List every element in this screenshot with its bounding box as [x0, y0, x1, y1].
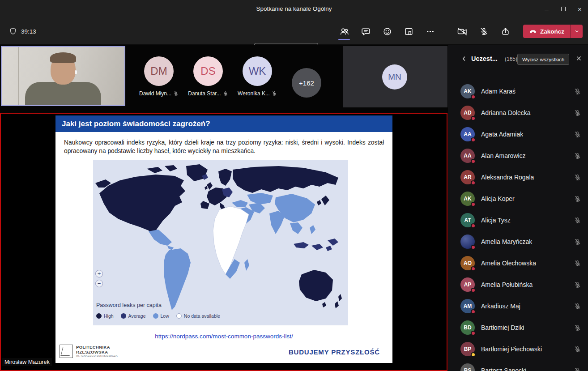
- overflow-participants-tile[interactable]: +162: [282, 45, 331, 98]
- window-title: Spotkanie na kanale Ogólny: [0, 0, 588, 18]
- presence-dot: [471, 180, 476, 185]
- presenter-video-tile[interactable]: [1, 46, 125, 106]
- mute-all-button[interactable]: Wycisz wszystkich: [517, 54, 569, 65]
- mic-off-icon: [574, 281, 581, 289]
- participant-row[interactable]: AA Alan Amarowicz: [448, 145, 588, 166]
- panel-close-button[interactable]: [575, 55, 584, 63]
- presence-dot: [471, 223, 476, 228]
- mic-off-icon: [223, 91, 228, 96]
- choropleth-map: [93, 160, 348, 325]
- mic-off-icon: [574, 367, 581, 371]
- participant-row[interactable]: AO Amelia Olechowska: [448, 252, 588, 274]
- participant-video-tile[interactable]: MN: [343, 46, 447, 107]
- avatar: DM: [144, 56, 174, 86]
- legend-item: Low: [153, 313, 169, 319]
- strip-participant-tile[interactable]: DS Danuta Star...: [183, 45, 233, 112]
- mic-toggle-button[interactable]: [474, 22, 493, 41]
- presenter-hair: [50, 52, 76, 63]
- participant-name: Alicja Koper: [481, 195, 515, 202]
- participant-row[interactable]: AR Aleksandra Rogala: [448, 166, 588, 188]
- avatar: AA: [460, 127, 475, 141]
- participant-row[interactable]: BP Bartłomiej Piechowski: [448, 338, 588, 360]
- legend-item: High: [96, 313, 114, 319]
- avatar: AA: [460, 149, 475, 163]
- chevron-left-icon: [460, 55, 468, 62]
- mic-off-icon: [574, 88, 581, 95]
- participant-row[interactable]: AT Alicja Tysz: [448, 209, 588, 231]
- close-button[interactable]: ×: [571, 0, 588, 18]
- participant-name: Bartosz Sanocki: [481, 367, 526, 371]
- teams-meeting-window: Spotkanie na kanale Ogólny – × 39:13 Zaż…: [0, 0, 588, 371]
- close-icon: [575, 55, 582, 62]
- participant-count: (165): [505, 56, 517, 62]
- participants-button[interactable]: [335, 22, 354, 41]
- mic-off-icon: [574, 345, 581, 353]
- mic-off-icon: [173, 91, 179, 96]
- participant-name: Amelia Olechowska: [481, 260, 536, 267]
- map-legend-title: Password leaks per capita: [96, 302, 162, 308]
- participant-name: Alicja Tysz: [481, 217, 511, 224]
- toolbar-device-icons: [453, 22, 515, 41]
- chevron-down-icon: [574, 28, 580, 34]
- slide-footer: POLITECHNIKA RZESZOWSKA im. IGNACEGO ŁUK…: [55, 341, 392, 363]
- presenter-earbud: [75, 70, 77, 74]
- strip-participant-tile[interactable]: DM Dawid Młyn...: [134, 45, 183, 112]
- mic-off-icon: [574, 303, 581, 310]
- logo-line3: im. IGNACEGO ŁUKASIEWICZA: [76, 354, 118, 357]
- presence-dot: [471, 352, 476, 357]
- chat-button[interactable]: [356, 22, 375, 41]
- maximize-icon: [561, 7, 566, 11]
- more-actions-button[interactable]: [421, 22, 439, 41]
- participant-name: Bartłomiej Piechowski: [481, 345, 542, 353]
- panel-title: Uczest...: [471, 55, 498, 62]
- window-controls: – ×: [538, 0, 588, 18]
- strip-participant-tile[interactable]: WK Weronika K...: [233, 45, 282, 112]
- avatar: WK: [243, 56, 272, 86]
- participant-row[interactable]: AD Adrianna Dolecka: [448, 102, 588, 124]
- participant-row[interactable]: Amelia Maryńczak: [448, 231, 588, 252]
- world-map: + − Password leaks per capita High Avera…: [93, 160, 348, 325]
- participant-row[interactable]: AA Agata Adamiak: [448, 124, 588, 145]
- avatar: AK: [460, 192, 475, 206]
- presence-dot: [471, 159, 476, 164]
- logo-line2: RZESZOWSKA: [76, 350, 118, 355]
- meeting-timer-group: 39:13: [9, 18, 36, 45]
- participant-row[interactable]: AP Amelia Połubińska: [448, 274, 588, 295]
- end-call-options-button[interactable]: [571, 25, 583, 38]
- participant-row[interactable]: AM Arkadiusz Maj: [448, 295, 588, 317]
- rooms-icon: [404, 27, 413, 36]
- mic-off-icon: [574, 174, 581, 181]
- reactions-button[interactable]: [378, 22, 396, 41]
- participant-name: Alan Amarowicz: [481, 152, 526, 159]
- politechnika-logo-mark: [60, 345, 73, 358]
- hang-up-icon: [529, 27, 537, 35]
- avatar: [460, 235, 475, 249]
- meeting-toolbar: 39:13 Zażądaj kontroli: [0, 18, 588, 45]
- slide-footer-slogan: BUDUJEMY PRZYSZŁOŚĆ: [289, 348, 380, 356]
- share-button[interactable]: [496, 22, 515, 41]
- minimize-button[interactable]: –: [538, 0, 555, 18]
- participant-row[interactable]: AK Adam Karaś: [448, 81, 588, 102]
- avatar: AR: [460, 170, 475, 184]
- mic-off-icon: [272, 91, 277, 96]
- participant-row[interactable]: BD Bartłomiej Dziki: [448, 317, 588, 338]
- end-call-button[interactable]: Zakończ: [523, 25, 570, 38]
- presenter-silhouette: [25, 82, 101, 106]
- presence-dot: [471, 266, 476, 271]
- rooms-button[interactable]: [399, 22, 418, 41]
- avatar: AD: [460, 106, 475, 120]
- camera-toggle-button[interactable]: [453, 22, 472, 41]
- strip-participant-name: Danuta Star...: [188, 90, 228, 97]
- shield-icon: [9, 27, 17, 35]
- mic-off-icon: [574, 238, 581, 246]
- participant-name: Adrianna Dolecka: [481, 109, 531, 116]
- maximize-button[interactable]: [555, 0, 571, 18]
- camera-off-icon: [457, 27, 468, 36]
- participant-name: Bartłomiej Dziki: [481, 324, 524, 331]
- participant-row[interactable]: BS Bartosz Sanocki: [448, 360, 588, 371]
- nordpass-link: https://nordpass.com/most-common-passwor…: [155, 333, 293, 340]
- mic-off-icon: [574, 217, 581, 224]
- panel-back-button[interactable]: [460, 55, 469, 63]
- presence-dot: [471, 202, 476, 207]
- participant-row[interactable]: AK Alicja Koper: [448, 188, 588, 209]
